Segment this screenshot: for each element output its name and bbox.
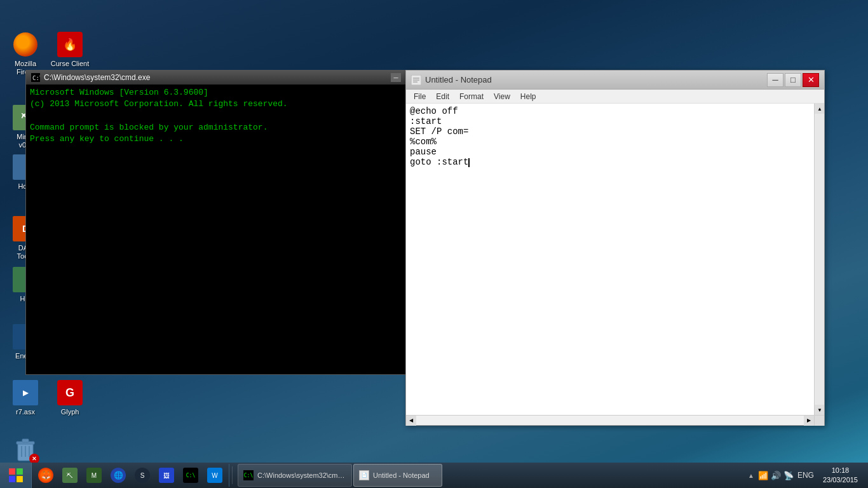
sys-tray-lang[interactable]: ENG <box>797 471 814 480</box>
cmd-titlebar[interactable]: C:\ C:\Windows\system32\cmd.exe ─ <box>26 71 406 85</box>
taskbar-app-notepad-label: Untitled - Notepad <box>373 471 430 479</box>
notepad-menu-view[interactable]: View <box>489 91 515 102</box>
notepad-vscrollbar[interactable]: ▲ ▼ <box>814 104 824 415</box>
desktop-icon-glyph-label: Glyph <box>61 408 79 416</box>
sys-tray-icon-network[interactable]: 📡 <box>783 471 794 480</box>
taskbar-icon-photos[interactable]: 🖼 <box>155 464 178 487</box>
notepad-text-area[interactable]: @echo off :start SET /P com= %com% pause… <box>406 104 814 415</box>
windows-logo-icon <box>8 468 24 483</box>
notepad-minimize-button[interactable]: ─ <box>767 73 783 87</box>
taskbar-icon-windows[interactable]: W <box>203 464 226 487</box>
cmd-controls: ─ <box>391 73 401 82</box>
notepad-window-title: Untitled - Notepad <box>425 75 492 85</box>
cmd-title-area: C:\ C:\Windows\system32\cmd.exe <box>31 73 150 82</box>
sys-tray-icon-1[interactable]: 📶 <box>758 471 768 480</box>
cmd-line-5: Press any key to continue . . . <box>30 133 402 145</box>
cmd-window-title: C:\Windows\system32\cmd.exe <box>44 73 150 82</box>
cmd-line-1: Microsoft Windows [Version 6.3.9600] <box>30 87 402 98</box>
notepad-restore-button[interactable]: □ <box>785 73 801 87</box>
svg-rect-15 <box>17 476 23 482</box>
notepad-menu-help[interactable]: Help <box>515 91 541 102</box>
sys-tray: ▲ 📶 🔊 📡 ENG 10:18 23/03/2015 <box>743 466 868 485</box>
taskbar: 🦊 ⛏ M 🌐 S 🖼 C:\ W C:\ C:\Windows\system3… <box>0 463 868 488</box>
notepad-icon <box>411 75 421 85</box>
cmd-line-4: Command prompt is blocked by your admini… <box>30 122 402 133</box>
svg-rect-2 <box>22 439 29 442</box>
svg-rect-12 <box>9 468 15 475</box>
scroll-right-button[interactable]: ▶ <box>804 416 814 426</box>
clock-date: 23/03/2015 <box>823 475 858 485</box>
svg-rect-14 <box>9 476 15 482</box>
cmd-icon: C:\ <box>31 73 40 82</box>
svg-rect-13 <box>17 468 23 475</box>
notepad-menu-edit[interactable]: Edit <box>431 91 454 102</box>
scroll-track-v[interactable] <box>815 114 824 405</box>
scroll-up-button[interactable]: ▲ <box>815 104 824 114</box>
sys-tray-icon-2[interactable]: 🔊 <box>771 471 781 480</box>
notepad-menubar: File Edit Format View Help <box>406 90 824 104</box>
scroll-left-button[interactable]: ◀ <box>406 416 416 426</box>
svg-text:C:\: C:\ <box>32 75 40 81</box>
desktop-icon-r7-label: r7.asx <box>16 408 35 416</box>
notepad-menu-file[interactable]: File <box>409 91 431 102</box>
cmd-content: Microsoft Windows [Version 6.3.9600] (c)… <box>26 85 406 374</box>
taskbar-icon-minecraft[interactable]: ⛏ <box>58 464 81 487</box>
clock-time: 10:18 <box>823 466 858 475</box>
notepad-hscrollbar[interactable]: ◀ ▶ <box>406 415 824 425</box>
scroll-down-button[interactable]: ▼ <box>815 405 824 415</box>
desktop-icon-curse-label: Curse Client <box>51 60 90 68</box>
taskbar-app-cmd[interactable]: C:\ C:\Windows\system32\cmd.exe <box>238 464 352 487</box>
taskbar-app-cmd-label: C:\Windows\system32\cmd.exe <box>257 471 346 479</box>
sys-tray-arrow[interactable]: ▲ <box>748 472 754 479</box>
sys-tray-icons: 📶 🔊 📡 <box>758 471 794 480</box>
notepad-title-area: Untitled - Notepad <box>411 75 492 85</box>
taskbar-icon-steam[interactable]: S <box>131 464 154 487</box>
desktop-icon-glyph[interactable]: G Glyph <box>50 380 90 416</box>
start-button[interactable] <box>0 463 32 488</box>
taskbar-app-notepad[interactable]: 📄 Untitled - Notepad <box>353 464 442 487</box>
cmd-line-2: (c) 2013 Microsoft Corporation. All righ… <box>30 98 402 110</box>
clock-display[interactable]: 10:18 23/03/2015 <box>818 466 863 485</box>
notepad-titlebar[interactable]: Untitled - Notepad ─ □ ✕ <box>406 71 824 90</box>
notepad-close-button[interactable]: ✕ <box>803 73 819 87</box>
notepad-controls: ─ □ ✕ <box>767 73 819 87</box>
desktop-icon-r7[interactable]: ▶ r7.asx <box>5 380 46 416</box>
notepad-window: Untitled - Notepad ─ □ ✕ File Edit Forma… <box>405 70 825 426</box>
taskbar-icon-globe[interactable]: 🌐 <box>107 464 130 487</box>
taskbar-icon-firefox[interactable]: 🦊 <box>34 464 57 487</box>
notepad-menu-format[interactable]: Format <box>454 91 489 102</box>
taskbar-icon-cmd[interactable]: C:\ <box>179 464 202 487</box>
cmd-line-3 <box>30 110 402 121</box>
notepad-content-area: @echo off :start SET /P com= %com% pause… <box>406 104 824 415</box>
cmd-minimize-button[interactable]: ─ <box>391 73 401 82</box>
cmd-window: C:\ C:\Windows\system32\cmd.exe ─ Micros… <box>25 70 407 375</box>
desktop-icon-curse[interactable]: 🔥 Curse Client <box>50 32 90 68</box>
taskbar-icon-mc2[interactable]: M <box>83 464 105 487</box>
